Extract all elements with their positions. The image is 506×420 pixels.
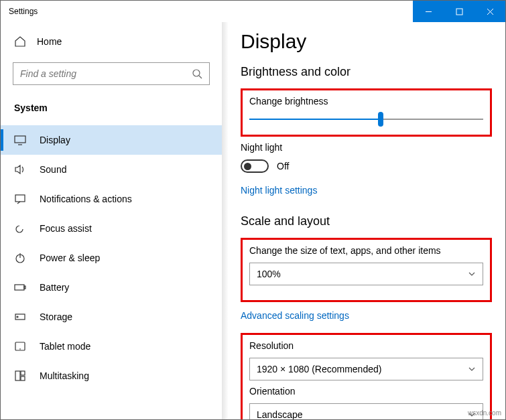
nav-label: Power & sleep xyxy=(40,253,100,263)
sidebar-item-notifications[interactable]: Notifications & actions xyxy=(1,184,222,214)
search-input[interactable] xyxy=(13,62,210,85)
sound-icon xyxy=(14,163,26,176)
resolution-label: Resolution xyxy=(249,340,483,351)
nav-label: Multitasking xyxy=(40,370,89,381)
close-button[interactable] xyxy=(475,1,505,22)
home-label: Home xyxy=(37,36,62,47)
nav-label: Sound xyxy=(40,164,66,175)
svg-rect-17 xyxy=(15,371,20,380)
nav-label: Focus assist xyxy=(40,223,92,234)
sidebar-item-multitasking[interactable]: Multitasking xyxy=(1,361,222,391)
power-icon xyxy=(14,252,26,264)
night-light-toggle[interactable] xyxy=(241,159,269,173)
minimize-button[interactable] xyxy=(413,1,444,22)
toggle-knob-icon xyxy=(244,163,251,170)
brightness-highlight: Change brightness xyxy=(241,88,492,137)
night-light-state: Off xyxy=(277,161,289,171)
svg-rect-12 xyxy=(24,286,25,289)
section-brightness-color: Brightness and color xyxy=(241,65,492,79)
sidebar-item-power-sleep[interactable]: Power & sleep xyxy=(1,243,222,273)
search-icon xyxy=(192,68,202,79)
nav-label: Display xyxy=(40,135,70,145)
search-field[interactable] xyxy=(20,68,192,79)
focus-assist-icon xyxy=(14,222,26,234)
night-light-settings-link[interactable]: Night light settings xyxy=(241,185,317,196)
storage-icon xyxy=(14,311,26,323)
svg-rect-1 xyxy=(456,9,462,15)
advanced-scaling-link[interactable]: Advanced scaling settings xyxy=(241,310,349,321)
nav-label: Notifications & actions xyxy=(40,194,132,204)
sidebar-item-focus-assist[interactable]: Focus assist xyxy=(1,214,222,243)
scale-value: 100% xyxy=(257,269,281,279)
window-controls xyxy=(413,1,505,22)
brightness-label: Change brightness xyxy=(249,96,483,107)
sidebar: Home System Display Sound Notifications … xyxy=(1,22,222,419)
svg-rect-8 xyxy=(15,195,25,202)
orientation-value: Landscape xyxy=(257,409,303,419)
svg-rect-6 xyxy=(15,136,25,143)
maximize-button[interactable] xyxy=(444,1,475,22)
nav-label: Storage xyxy=(40,311,72,322)
chevron-down-icon xyxy=(468,270,476,278)
battery-icon xyxy=(14,281,26,293)
sidebar-item-tablet-mode[interactable]: Tablet mode xyxy=(1,332,222,361)
sidebar-item-sound[interactable]: Sound xyxy=(1,155,222,184)
tablet-icon xyxy=(14,340,26,352)
sidebar-item-battery[interactable]: Battery xyxy=(1,273,222,302)
resolution-orientation-highlight: Resolution 1920 × 1080 (Recommended) Ori… xyxy=(241,333,492,419)
svg-rect-18 xyxy=(21,371,25,375)
svg-rect-11 xyxy=(15,285,24,290)
window-title: Settings xyxy=(1,7,38,16)
orientation-label: Orientation xyxy=(249,386,483,397)
chevron-down-icon xyxy=(468,365,476,373)
titlebar: Settings xyxy=(1,1,505,22)
multitasking-icon xyxy=(14,370,26,382)
svg-line-5 xyxy=(199,76,202,78)
brightness-slider[interactable] xyxy=(249,113,483,125)
nav-label: Battery xyxy=(40,282,69,293)
nav-label: Tablet mode xyxy=(40,341,90,352)
resolution-value: 1920 × 1080 (Recommended) xyxy=(257,364,381,374)
night-light-label: Night light xyxy=(241,142,492,153)
sidebar-item-display[interactable]: Display xyxy=(1,125,222,155)
section-scale-layout: Scale and layout xyxy=(241,214,492,228)
home-nav[interactable]: Home xyxy=(1,29,222,54)
sidebar-item-storage[interactable]: Storage xyxy=(1,302,222,332)
svg-point-4 xyxy=(193,70,200,76)
page-title: Display xyxy=(241,30,492,53)
display-icon xyxy=(14,134,26,146)
resolution-dropdown[interactable]: 1920 × 1080 (Recommended) xyxy=(249,358,483,380)
svg-point-14 xyxy=(17,316,18,318)
category-label: System xyxy=(1,96,222,125)
watermark: wsxdn.com xyxy=(468,409,501,417)
content-area: Display Brightness and color Change brig… xyxy=(222,22,505,419)
slider-thumb-icon[interactable] xyxy=(378,112,383,127)
home-icon xyxy=(14,36,26,48)
scale-highlight: Change the size of text, apps, and other… xyxy=(241,238,492,302)
svg-rect-19 xyxy=(21,376,25,380)
scale-dropdown[interactable]: 100% xyxy=(249,263,483,285)
notifications-icon xyxy=(14,193,26,205)
scale-label: Change the size of text, apps, and other… xyxy=(249,245,483,256)
orientation-dropdown[interactable]: Landscape xyxy=(249,403,483,419)
